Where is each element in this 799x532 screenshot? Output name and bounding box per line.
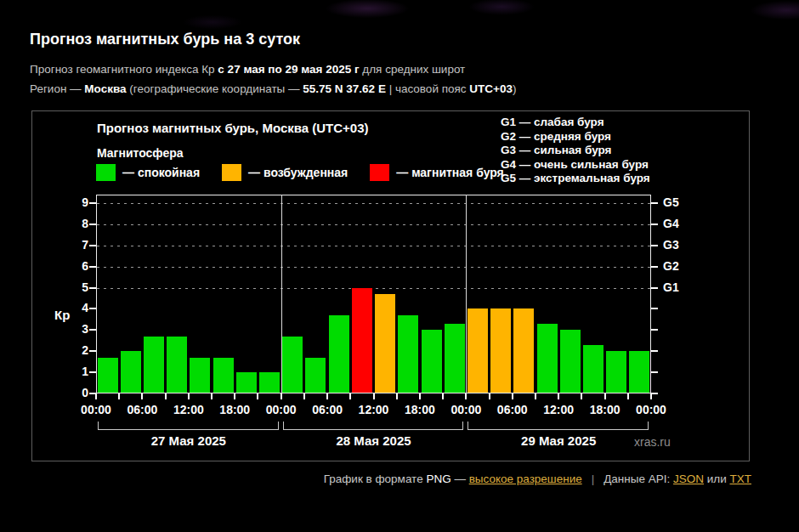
time-label: 12:00 [173,403,204,416]
gridline [97,288,650,289]
gridline [97,267,650,268]
text-segment: UTC+03 [469,82,513,95]
kp-bar [513,308,534,393]
api-txt-link[interactable]: TXT [730,473,752,485]
x-axis-tick [489,393,490,399]
g-level-label: G2 [663,259,679,273]
text-segment: (географические координаты — [127,82,303,95]
y-tick-label: 5 [66,280,88,294]
footer-api-text: Данные API: [604,473,673,485]
y-axis-tick [89,224,96,225]
date-label: 29 Мая 2025 [521,433,596,448]
x-axis-tick [396,393,398,399]
g-level-label: G3 [663,238,679,252]
day-bracket [468,422,649,430]
y-tick-label: 8 [66,217,88,230]
watermark: xras.ru [634,435,671,449]
kp-bar [468,308,488,393]
x-axis-tick [280,393,282,399]
footer-links-bar: График в формате PNG — высокое разрешени… [324,473,751,485]
time-label: 00:00 [266,403,297,416]
x-axis-tick [326,393,328,399]
kp-bar [445,324,465,393]
x-axis-tick [581,393,582,399]
api-json-link[interactable]: JSON [673,473,704,485]
kp-bar [490,308,511,393]
forecast-subtitle: Прогноз геомагнитного индекса Кр с 27 ма… [30,63,465,76]
magnetosphere-legend-title: Магнитосфера [97,146,184,160]
page-title: Прогноз магнитных бурь на 3 суток [30,31,300,48]
y-axis-tick [89,308,96,309]
time-label: 18:00 [405,403,435,416]
y-tick-label: 4 [66,301,88,314]
right-axis-tick [651,224,658,225]
x-axis-tick [650,393,652,399]
right-axis-tick [651,350,658,352]
right-axis-tick [651,393,658,394]
x-axis-tick [303,393,305,399]
g-legend-line: G5 — экстремальная буря [501,172,650,186]
kp-bar [167,337,187,393]
text-segment: Москва [84,82,126,95]
kp-bar [606,351,626,393]
y-axis-tick [89,245,96,246]
time-label: 18:00 [590,403,620,416]
text-segment: 55.75 N 37.62 E [303,82,386,95]
quiet-swatch-icon [96,164,116,181]
x-axis-tick [95,393,97,399]
kp-bar [629,351,649,393]
gridline [97,246,650,246]
g-legend-line: G1 — слабая буря [501,116,650,130]
time-label: 18:00 [219,403,250,416]
legend-item-storm: — магнитная буря [370,164,504,181]
footer-dash: — [451,473,469,485]
y-tick-label: 6 [66,259,88,273]
high-resolution-link[interactable]: высокое разрешение [469,473,582,485]
x-axis-tick [188,393,190,399]
date-label: 27 Мая 2025 [151,433,226,448]
right-axis-tick [651,287,658,289]
magnetosphere-legend: — спокойная— возбужденная— магнитная бур… [96,164,504,181]
x-axis-tick [373,393,375,399]
g-legend-line: G4 — очень сильная буря [501,158,650,173]
x-axis-tick [257,393,258,399]
forecast-chart: Прогноз магнитных бурь, Москва (UTC+03) … [31,110,750,461]
y-tick-label: 1 [66,365,88,378]
storm-swatch-icon [370,164,389,181]
kp-bar [583,345,604,393]
x-axis-tick [118,393,120,399]
x-axis-tick [558,393,559,399]
x-axis-tick [211,393,212,399]
text-segment: | часовой пояс [386,82,469,95]
x-axis-tick [141,393,143,399]
y-axis-tick [89,329,96,331]
time-label: 06:00 [497,403,528,416]
active-swatch-icon [222,164,241,181]
time-label: 00:00 [636,403,666,416]
y-axis-tick [89,287,96,289]
background-aurora-strip [0,0,799,29]
footer-png-label: PNG [426,473,450,485]
chart-title: Прогноз магнитных бурь, Москва (UTC+03) [97,121,369,135]
y-axis-tick [89,371,96,373]
kp-bar [375,294,395,393]
day-bracket [98,422,279,430]
y-tick-label: 0 [66,386,88,399]
text-segment: с 27 мая по 29 мая 2025 г [218,63,359,76]
gridline [97,203,650,204]
x-axis-tick [465,393,467,399]
x-axis-tick [604,393,606,399]
time-label: 06:00 [312,403,343,416]
day-bracket [283,422,464,430]
kp-bar [352,288,372,393]
x-axis-tick [512,393,513,399]
right-axis-tick [651,245,658,246]
kp-bar [537,324,558,393]
legend-label: — спокойная [122,166,200,179]
g-level-label: G5 [663,195,679,209]
x-axis-tick [234,393,235,399]
kp-bar [282,337,303,393]
magnetic-storm-forecast-page: Прогноз магнитных бурь на 3 суток Прогно… [0,0,799,532]
footer-text: График в формате [324,473,427,485]
kp-bar [422,330,442,393]
